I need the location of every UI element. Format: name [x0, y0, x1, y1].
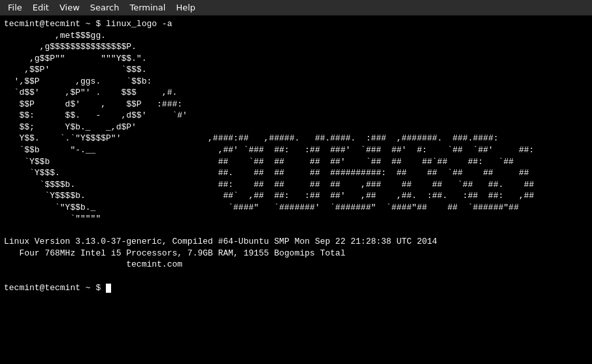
terminal-area[interactable]: tecmint@tecmint ~ $ linux_logo -a ,met$$… [0, 16, 592, 364]
command-prompt: tecmint@tecmint ~ $ linux_logo -a [4, 19, 172, 29]
menu-bar: File Edit View Search Terminal Help [0, 0, 592, 16]
system-info-line2: Four 768MHz Intel i5 Processors, 7.9GB R… [4, 248, 346, 258]
menu-help[interactable]: Help [171, 1, 201, 14]
menu-view[interactable]: View [54, 1, 85, 14]
menu-file[interactable]: File [3, 1, 27, 14]
system-info-line3: tecmint.com [4, 259, 182, 269]
final-prompt: tecmint@tecmint ~ $ [4, 283, 111, 293]
cursor [106, 284, 111, 293]
menu-edit[interactable]: Edit [27, 1, 54, 14]
menu-search[interactable]: Search [85, 1, 125, 14]
menu-terminal[interactable]: Terminal [124, 1, 171, 14]
system-info-line1: Linux Version 3.13.0-37-generic, Compile… [4, 237, 437, 246]
